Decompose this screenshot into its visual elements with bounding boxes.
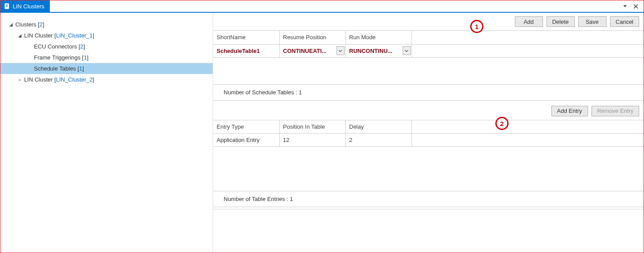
grid-table-entries: Entry Type Position In Table Delay Appli… bbox=[213, 120, 644, 147]
grid-header-row: ShortName Resume Position Run Mode bbox=[213, 31, 644, 44]
cell-run-mode[interactable]: RUNCONTINU... bbox=[345, 44, 412, 57]
cell-position[interactable]: 12 bbox=[279, 134, 345, 147]
tree-ft-label: Frame Triggerings bbox=[34, 54, 80, 61]
close-icon[interactable] bbox=[632, 3, 639, 10]
cell-spacer bbox=[412, 44, 644, 57]
sidebar: ◢ Clusters [ 2 ] ◢ LIN Cluster [ LIN_Clu… bbox=[0, 13, 213, 253]
status-schedule-tables: Number of Schedule Tables : 1 bbox=[213, 84, 644, 100]
panel-schedule-tables: Add Delete Save Cancel ShortName Resume … bbox=[213, 13, 644, 100]
grid-empty-space bbox=[213, 58, 644, 84]
tree-ft-count: 1 bbox=[84, 54, 87, 61]
cancel-button[interactable]: Cancel bbox=[610, 16, 639, 27]
workspace: ◢ Clusters [ 2 ] ◢ LIN Cluster [ LIN_Clu… bbox=[0, 13, 644, 253]
grid-empty-space bbox=[213, 147, 644, 191]
col-spacer bbox=[412, 31, 644, 44]
col-delay[interactable]: Delay bbox=[345, 120, 412, 134]
cell-spacer bbox=[412, 134, 644, 147]
tree-cluster-2-label: LIN Cluster bbox=[24, 76, 53, 83]
tree-root-label: Clusters bbox=[15, 21, 37, 28]
tree-cluster-1-label: LIN Cluster bbox=[24, 32, 53, 39]
grid-header-row: Entry Type Position In Table Delay bbox=[213, 120, 644, 134]
col-run-mode[interactable]: Run Mode bbox=[345, 31, 412, 44]
tree-cluster-1[interactable]: ◢ LIN Cluster [ LIN_Cluster_1 ] bbox=[0, 30, 213, 41]
cell-resume-position[interactable]: CONTINUEATI... bbox=[279, 44, 345, 57]
tree-st-label: Schedule Tables bbox=[34, 65, 76, 72]
col-spacer bbox=[412, 120, 644, 134]
tree-root[interactable]: ◢ Clusters [ 2 ] bbox=[0, 19, 213, 30]
panel-table-entries: Add Entry Remove Entry Entry Type Positi… bbox=[213, 102, 644, 208]
cell-shortname[interactable]: ScheduleTable1 bbox=[213, 44, 279, 57]
add-entry-button[interactable]: Add Entry bbox=[551, 106, 588, 116]
svg-rect-0 bbox=[5, 4, 9, 9]
save-button[interactable]: Save bbox=[578, 16, 607, 27]
caret-down-icon: ◢ bbox=[8, 22, 14, 27]
chevron-down-icon[interactable] bbox=[403, 46, 411, 55]
toolbar-table-entries: Add Entry Remove Entry bbox=[213, 102, 644, 120]
cell-resume-text: CONTINUEATI... bbox=[283, 48, 327, 54]
remove-entry-button[interactable]: Remove Entry bbox=[592, 106, 639, 116]
col-entry-type[interactable]: Entry Type bbox=[213, 120, 279, 134]
status-table-entries: Number of Table Entries : 1 bbox=[213, 191, 644, 207]
tree-schedule-tables[interactable]: Schedule Tables [ 1 ] bbox=[0, 63, 213, 74]
table-row[interactable]: Application Entry 12 2 bbox=[213, 134, 644, 147]
col-shortname[interactable]: ShortName bbox=[213, 31, 279, 44]
document-icon bbox=[4, 3, 10, 9]
content: Add Delete Save Cancel ShortName Resume … bbox=[213, 13, 644, 253]
tree-ecu-label: ECU Connectors bbox=[34, 43, 77, 50]
add-button[interactable]: Add bbox=[515, 16, 543, 27]
tab-lin-clusters[interactable]: LIN Clusters bbox=[0, 0, 50, 12]
tree-cluster-1-link[interactable]: LIN_Cluster_1 bbox=[56, 32, 93, 39]
col-resume-position[interactable]: Resume Position bbox=[279, 31, 345, 44]
tree-ecu-count: 2 bbox=[80, 43, 83, 50]
tree: ◢ Clusters [ 2 ] ◢ LIN Cluster [ LIN_Clu… bbox=[0, 19, 213, 85]
callout-2: 2 bbox=[495, 117, 509, 130]
grid-schedule-tables: ShortName Resume Position Run Mode Sched… bbox=[213, 31, 644, 58]
titlebar-controls bbox=[622, 0, 644, 12]
tab-title: LIN Clusters bbox=[13, 3, 45, 10]
app-frame: LIN Clusters ◢ Clusters [ 2 ] bbox=[0, 0, 644, 253]
tree-cluster-2[interactable]: ▹ LIN Cluster [ LIN_Cluster_2 ] bbox=[0, 74, 213, 85]
minimize-icon[interactable] bbox=[622, 3, 629, 10]
cell-delay[interactable]: 2 bbox=[345, 134, 412, 147]
table-row[interactable]: ScheduleTable1 CONTINUEATI... RUNCONTINU… bbox=[213, 44, 644, 57]
chevron-down-icon[interactable] bbox=[337, 46, 344, 55]
tree-root-count: 2 bbox=[40, 21, 43, 28]
toolbar-schedule-tables: Add Delete Save Cancel bbox=[213, 13, 644, 31]
tree-cluster-2-link[interactable]: LIN_Cluster_2 bbox=[56, 76, 93, 83]
delete-button[interactable]: Delete bbox=[547, 16, 575, 27]
tree-ecu-connectors[interactable]: ECU Connectors [ 2 ] bbox=[0, 41, 213, 52]
tree-st-count: 1 bbox=[79, 65, 82, 72]
caret-right-icon: ▹ bbox=[17, 77, 22, 82]
tree-frame-triggerings[interactable]: Frame Triggerings [ 1 ] bbox=[0, 52, 213, 63]
caret-down-icon: ◢ bbox=[17, 33, 22, 38]
titlebar: LIN Clusters bbox=[0, 0, 644, 13]
blank-panel bbox=[213, 209, 644, 253]
cell-entry-type[interactable]: Application Entry bbox=[213, 134, 279, 147]
callout-1: 1 bbox=[470, 20, 483, 33]
col-position[interactable]: Position In Table bbox=[279, 120, 345, 134]
cell-run-text: RUNCONTINU... bbox=[349, 48, 393, 54]
